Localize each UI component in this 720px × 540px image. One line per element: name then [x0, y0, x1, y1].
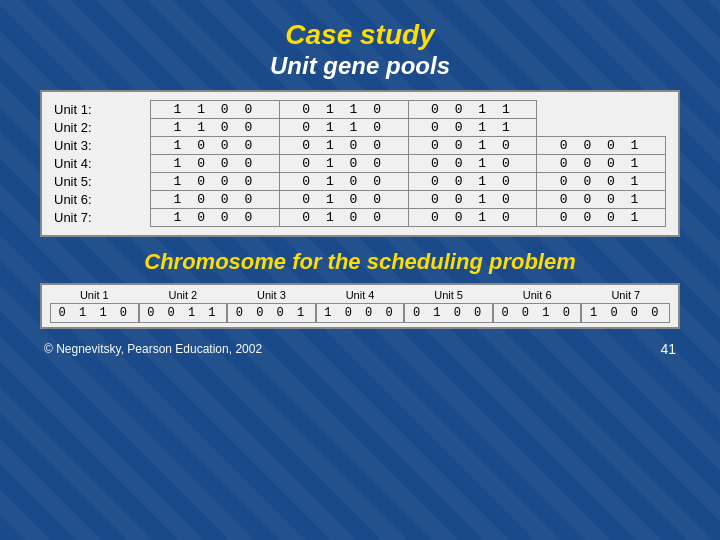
- gene-pool-row: Unit 3:1 0 0 00 1 0 00 0 1 00 0 0 1: [54, 136, 666, 154]
- chromosome-bit-group: 1 0 0 0: [581, 303, 670, 323]
- gene-group-cell: 0 0 0 1: [537, 190, 666, 208]
- gene-group-cell: 1 0 0 0: [151, 208, 280, 226]
- chromosome-title: Chromosome for the scheduling problem: [40, 249, 680, 275]
- gene-pool-container: Unit 1:1 1 0 00 1 1 00 0 1 1Unit 2:1 1 0…: [40, 90, 680, 237]
- gene-pool-row: Unit 6:1 0 0 00 1 0 00 0 1 00 0 0 1: [54, 190, 666, 208]
- gene-group-cell: 0 1 0 0: [279, 208, 408, 226]
- gene-group-cell: 0 1 0 0: [279, 172, 408, 190]
- chromosome-unit-header: Unit 2: [139, 289, 228, 301]
- gene-group-cell: 1 1 0 0: [151, 118, 280, 136]
- gene-group-cell: 0 0 1 0: [408, 136, 537, 154]
- unit-label: Unit 4:: [54, 154, 151, 172]
- chromosome-unit-header: Unit 7: [581, 289, 670, 301]
- gene-group-cell: 0 0 1 0: [408, 154, 537, 172]
- gene-pool-row: Unit 2:1 1 0 00 1 1 00 0 1 1: [54, 118, 666, 136]
- gene-group-cell: 0 1 0 0: [279, 154, 408, 172]
- unit-label: Unit 7:: [54, 208, 151, 226]
- gene-group-empty: [537, 100, 666, 118]
- chromosome-unit-header: Unit 1: [50, 289, 139, 301]
- copyright-text: © Negnevitsky, Pearson Education, 2002: [44, 342, 262, 356]
- chromosome-container: Unit 1Unit 2Unit 3Unit 4Unit 5Unit 6Unit…: [40, 283, 680, 329]
- chromosome-unit-header: Unit 4: [316, 289, 405, 301]
- chromosome-bit-group: 0 0 1 0: [493, 303, 582, 323]
- gene-pool-row: Unit 1:1 1 0 00 1 1 00 0 1 1: [54, 100, 666, 118]
- gene-group-cell: 0 0 1 1: [408, 118, 537, 136]
- gene-group-cell: 1 0 0 0: [151, 190, 280, 208]
- chromosome-bit-group: 1 0 0 0: [316, 303, 405, 323]
- title-unit-gene-pools: Unit gene pools: [40, 52, 680, 80]
- chromosome-bit-group: 0 0 1 1: [139, 303, 228, 323]
- gene-group-cell: 0 0 0 1: [537, 136, 666, 154]
- chromosome-bit-group: 0 1 0 0: [404, 303, 493, 323]
- footer: © Negnevitsky, Pearson Education, 2002 4…: [40, 341, 680, 357]
- chromosome-bit-group: 0 1 1 0: [50, 303, 139, 323]
- gene-pool-row: Unit 7:1 0 0 00 1 0 00 0 1 00 0 0 1: [54, 208, 666, 226]
- unit-label: Unit 5:: [54, 172, 151, 190]
- unit-label: Unit 6:: [54, 190, 151, 208]
- gene-group-cell: 0 0 1 0: [408, 190, 537, 208]
- gene-group-cell: 1 0 0 0: [151, 154, 280, 172]
- gene-pool-row: Unit 5:1 0 0 00 1 0 00 0 1 00 0 0 1: [54, 172, 666, 190]
- gene-group-empty: [537, 118, 666, 136]
- gene-group-cell: 1 1 0 0: [151, 100, 280, 118]
- gene-group-cell: 0 0 1 1: [408, 100, 537, 118]
- gene-group-cell: 0 1 0 0: [279, 136, 408, 154]
- unit-label: Unit 2:: [54, 118, 151, 136]
- gene-group-cell: 0 0 0 1: [537, 172, 666, 190]
- gene-group-cell: 0 1 1 0: [279, 100, 408, 118]
- title-case-study: Case study: [40, 18, 680, 52]
- gene-pool-row: Unit 4:1 0 0 00 1 0 00 0 1 00 0 0 1: [54, 154, 666, 172]
- gene-group-cell: 0 0 1 0: [408, 208, 537, 226]
- chromosome-unit-header: Unit 6: [493, 289, 582, 301]
- chromosome-unit-header: Unit 5: [404, 289, 493, 301]
- gene-group-cell: 1 0 0 0: [151, 136, 280, 154]
- gene-group-cell: 0 0 0 1: [537, 208, 666, 226]
- unit-label: Unit 1:: [54, 100, 151, 118]
- chromosome-bit-group: 0 0 0 1: [227, 303, 316, 323]
- chromosome-header: Unit 1Unit 2Unit 3Unit 4Unit 5Unit 6Unit…: [50, 289, 670, 301]
- main-content: Case study Unit gene pools Unit 1:1 1 0 …: [0, 0, 720, 367]
- gene-group-cell: 0 1 0 0: [279, 190, 408, 208]
- gene-pool-table: Unit 1:1 1 0 00 1 1 00 0 1 1Unit 2:1 1 0…: [54, 100, 666, 227]
- gene-group-cell: 0 0 0 1: [537, 154, 666, 172]
- chromosome-unit-header: Unit 3: [227, 289, 316, 301]
- page-number: 41: [660, 341, 676, 357]
- gene-group-cell: 1 0 0 0: [151, 172, 280, 190]
- gene-group-cell: 0 0 1 0: [408, 172, 537, 190]
- gene-group-cell: 0 1 1 0: [279, 118, 408, 136]
- unit-label: Unit 3:: [54, 136, 151, 154]
- chromosome-bits: 0 1 1 00 0 1 10 0 0 11 0 0 00 1 0 00 0 1…: [50, 303, 670, 323]
